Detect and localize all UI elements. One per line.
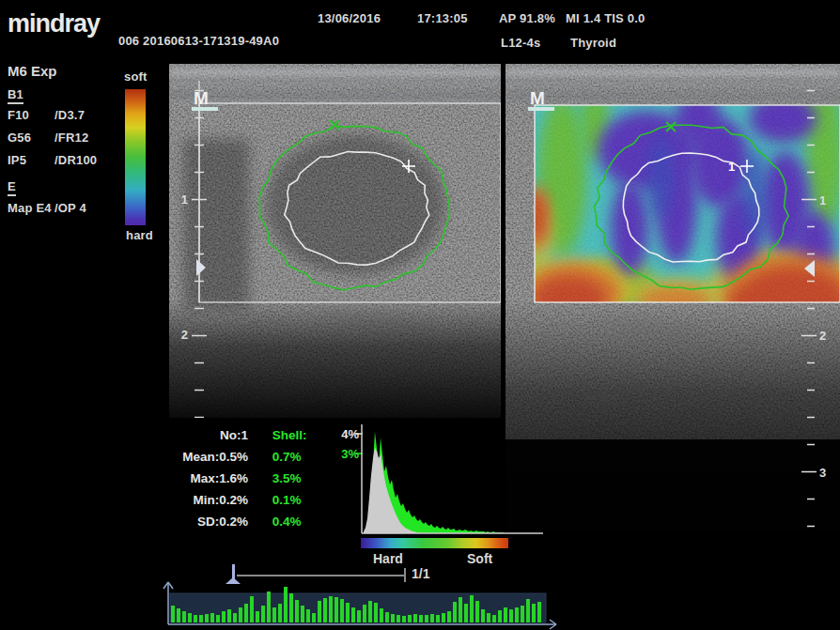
meas-no-label: No:1 <box>165 424 248 446</box>
b-param-depth: /D3.7 <box>54 108 85 122</box>
ruler-label: 1 <box>819 193 826 207</box>
meas-sd-shell: 0.4% <box>272 511 302 532</box>
trace-number-label: 1 <box>728 160 735 174</box>
strain-histogram: 4% 3% <box>332 421 557 573</box>
colorbar-soft-label: soft <box>124 69 148 84</box>
orientation-marker-left: M <box>194 88 209 108</box>
system-model-label: M6 Exp <box>8 63 57 79</box>
b-param-dr: /DR100 <box>54 153 97 167</box>
b-mode-section-label: B1 <box>8 87 23 104</box>
meas-mean-shell: 0.7% <box>272 446 302 468</box>
mi-tis-label: MI 1.4 TIS 0.0 <box>566 11 645 25</box>
ultrasound-screen: mindray 006 20160613-171319-49A0 13/06/2… <box>0 0 840 630</box>
e-mode-section-label: E <box>8 179 16 196</box>
strain-quality-graph <box>158 578 571 630</box>
meas-min-label: Min:0.2% <box>165 489 248 511</box>
ruler-label: 2 <box>819 329 826 343</box>
ruler-label: 3 <box>819 466 826 480</box>
colorbar-hard-label: hard <box>126 228 153 242</box>
b-param-gain: G56 <box>8 131 31 145</box>
meas-mean-label: Mean:0.5% <box>165 446 248 468</box>
meas-max-label: Max:1.6% <box>165 468 248 489</box>
meas-shell-header: Shell: <box>272 424 307 446</box>
ruler-label: 1 <box>181 192 188 207</box>
meas-max-shell: 3.5% <box>272 468 302 489</box>
b-mode-image: 1 2 M <box>169 64 501 418</box>
ruler-label: 2 <box>181 328 188 342</box>
orientation-marker-underline <box>528 107 554 111</box>
e-param-map: Map E4 <box>8 201 52 215</box>
probe-label: L12-4s <box>501 36 540 50</box>
b-param-framerate: /FR12 <box>54 131 88 145</box>
elasto-colorbar <box>125 89 146 225</box>
meas-min-shell: 0.1% <box>272 489 302 511</box>
orientation-marker-right: M <box>530 88 545 108</box>
mindray-logo: mindray <box>8 9 100 38</box>
e-param-op: /OP 4 <box>54 201 86 215</box>
orientation-marker-underline <box>192 107 218 111</box>
frame-slider-track[interactable] <box>237 575 406 576</box>
acoustic-power-label: AP 91.8% <box>499 11 555 25</box>
hard-soft-gradient-bar <box>361 538 508 548</box>
date-label: 13/06/2016 <box>318 11 381 25</box>
b-param-ip: IP5 <box>8 153 26 167</box>
hard-label: Hard <box>373 551 403 566</box>
time-label: 17:13:05 <box>417 11 468 25</box>
preset-label: Thyroid <box>570 36 616 50</box>
soft-label: Soft <box>467 551 492 566</box>
b-param-frequency: F10 <box>8 108 29 122</box>
meas-sd-label: SD:0.2% <box>165 511 248 532</box>
exam-id: 006 20160613-171319-49A0 <box>118 34 279 48</box>
